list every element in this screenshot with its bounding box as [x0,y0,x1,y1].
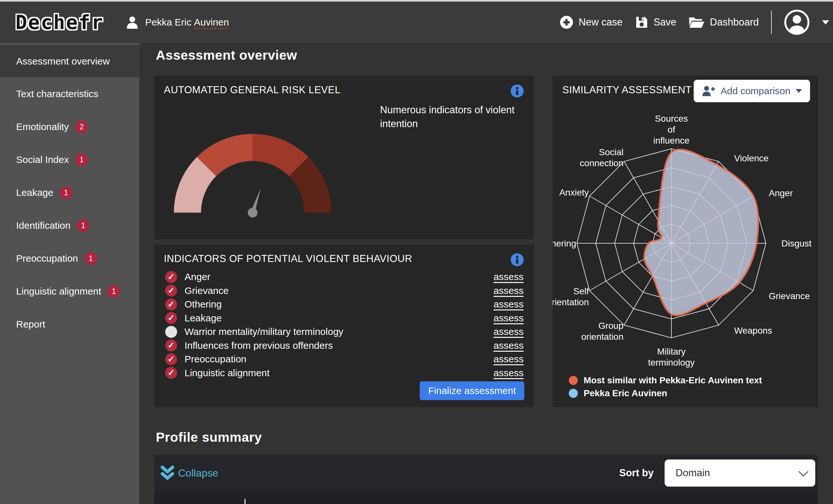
sidebar-item-label: Identification [16,220,70,231]
legend-label: Pekka Eric Auvinen [584,388,667,399]
sidebar-item-report[interactable]: Report [0,308,139,341]
assess-link[interactable]: assess [494,367,524,379]
user-name-flagged: Auvinen [194,17,229,29]
new-case-button[interactable]: New case [560,15,623,29]
sidebar-item-badge: 1 [77,219,89,232]
indicator-label: Leakage [185,313,222,323]
sidebar-item-label: Assessment overview [16,56,110,67]
radar-axis-label: Disgust [781,238,812,248]
assess-link[interactable]: assess [494,326,524,337]
assess-link[interactable]: assess [494,271,524,282]
checked-icon: ✓ [165,353,177,365]
indicator-row: ✓Angerassess [165,270,524,284]
similarity-card: SIMILARITY ASSESSMENT Add comparison Sou… [553,76,818,407]
sidebar-item-social-index[interactable]: Social Index1 [0,143,139,176]
sidebar-item-label: Emotionality [16,121,69,132]
sidebar-item-assessment-overview[interactable]: Assessment overview [0,45,139,77]
legend-label: Most similar with Pekka-Eric Auvinen tex… [584,375,762,386]
radar-legend: Most similar with Pekka-Eric Auvinen tex… [569,375,762,399]
collapse-button[interactable]: Collapse [160,465,218,481]
sidebar-item-label: Report [16,319,45,330]
person-icon [125,15,139,29]
sidebar-item-badge: 1 [60,187,72,199]
sidebar-item-label: Leakage [16,187,53,198]
indicator-label: Warrior mentality/military terminology [185,326,343,337]
sidebar-item-badge: 2 [75,121,88,133]
legend-item: Most similar with Pekka-Eric Auvinen tex… [569,375,762,386]
radar-axis-label: Anger [769,188,793,198]
profile-summary-content [154,491,818,504]
assess-link[interactable]: assess [494,299,524,310]
double-chevron-down-icon [160,465,175,481]
checked-icon: ✓ [165,339,177,352]
select-chevron-icon [799,466,808,477]
folder-open-icon [688,16,705,29]
assess-link[interactable]: assess [494,354,524,365]
indicator-row: ✓Linguistic alignmentassess [165,366,524,380]
plus-circle-icon [560,15,574,29]
indicator-label: Preoccupation [185,354,246,365]
assess-link[interactable]: assess [494,340,524,351]
similarity-card-title: SIMILARITY ASSESSMENT [562,84,692,96]
indicator-label: Othering [185,299,222,310]
sidebar-item-emotionality[interactable]: Emotionality2 [0,110,139,143]
assess-link[interactable]: assess [494,313,524,323]
sidebar-item-preoccupation[interactable]: Preoccupation1 [0,242,139,275]
profile-summary-heading: Profile summary [156,430,262,445]
radar-axis-label: Violence [734,153,769,163]
add-comparison-caret-icon [795,89,802,93]
indicator-row: ✓Grievanceassess [165,284,524,298]
radar-axis-label: Sourcesofinfluence [653,114,689,145]
risk-gauge [154,76,534,239]
legend-item: Pekka Eric Auvinen [569,388,762,399]
indicator-row: Warrior mentality/military terminologyas… [165,325,524,339]
profile-summary-panel: Collapse Sort by Domain [154,455,818,491]
sort-select-value: Domain [675,467,710,479]
finalize-assessment-button[interactable]: Finalize assessment [420,381,524,400]
sidebar-item-label: Linguistic alignment [16,286,101,297]
avatar[interactable] [784,9,810,35]
sidebar-item-text-characteristics[interactable]: Text characteristics [0,77,139,110]
sidebar-item-label: Text characteristics [16,89,98,99]
radar-axis-labels: SourcesofinfluenceViolenceAngerDisgustGr… [553,114,812,367]
sort-select[interactable]: Domain [665,459,815,486]
radar-grid [577,149,766,338]
sort-controls: Sort by Domain [619,459,815,486]
page-title: Assessment overview [156,48,297,63]
dashboard-button[interactable]: Dashboard [688,16,759,29]
user-name: Pekka EricAuvinen [145,17,229,28]
sidebar-item-label: Social Index [16,154,69,165]
gauge-needle [246,187,265,219]
radar-axis-label: Othering [553,238,576,248]
risk-level-card: AUTOMATED GENERAL RISK LEVEL Numerous in… [154,76,534,239]
add-comparison-button[interactable]: Add comparison [694,80,810,102]
topbar-actions: New case Save Dashboard [560,9,829,35]
radar-axis-label: Militaryterminology [648,346,695,367]
checked-icon: ✓ [165,285,177,296]
unchecked-icon [165,326,177,338]
indicator-label: Linguistic alignment [185,367,269,379]
radar-axis-label: Grouporientation [581,321,624,342]
sidebar-item-label: Preoccupation [16,253,78,264]
cursor-tick [244,499,245,504]
sidebar-item-badge: 1 [85,252,97,265]
sidebar-item-badge: 1 [108,285,120,298]
radar-series-area [644,149,758,315]
current-case-user[interactable]: Pekka EricAuvinen [125,15,229,29]
indicators-card-title: INDICATORS OF POTENTIAL VIOLENT BEHAVIOU… [164,253,412,265]
topbar-divider [771,11,772,34]
radar-axis-label: Grievance [769,291,810,301]
assess-link[interactable]: assess [494,285,524,296]
indicator-list: ✓Angerassess✓Grievanceassess✓Otheringass… [165,270,524,380]
checked-icon: ✓ [165,312,177,324]
account-menu-caret-icon[interactable] [822,20,829,25]
info-icon[interactable] [510,253,524,266]
indicator-label: Anger [185,271,210,282]
save-button[interactable]: Save [635,16,676,29]
indicators-card: INDICATORS OF POTENTIAL VIOLENT BEHAVIOU… [154,245,534,407]
indicator-row: ✓Otheringassess [165,297,524,311]
indicator-label: Grievance [185,285,229,296]
sidebar-item-linguistic-alignment[interactable]: Linguistic alignment1 [0,275,139,308]
sidebar-item-leakage[interactable]: Leakage1 [0,176,139,209]
sidebar-item-identification[interactable]: Identification1 [0,209,139,242]
